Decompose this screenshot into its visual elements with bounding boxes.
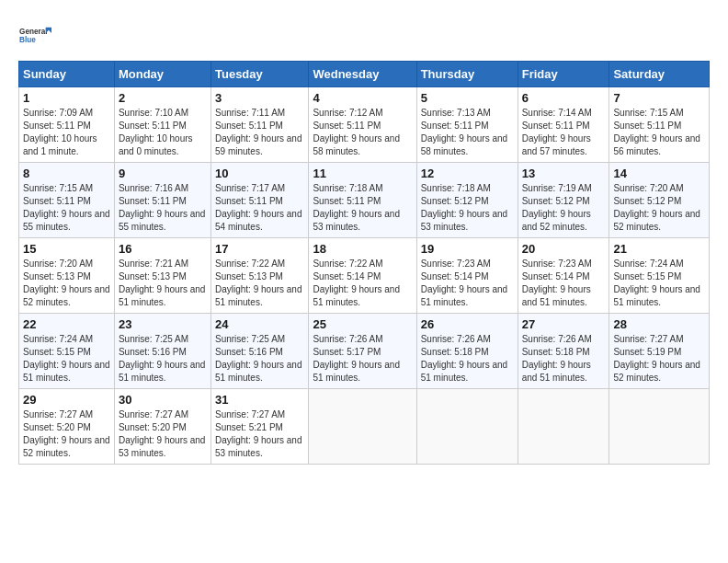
calendar-cell: 3 Sunrise: 7:11 AM Sunset: 5:11 PM Dayli… <box>210 87 308 163</box>
calendar-cell: 11 Sunrise: 7:18 AM Sunset: 5:11 PM Dayl… <box>309 163 416 238</box>
day-info: Sunrise: 7:23 AM Sunset: 5:14 PM Dayligh… <box>421 258 514 309</box>
logo: General Blue <box>18 18 51 52</box>
day-number: 13 <box>522 167 606 180</box>
calendar-week-0: 1 Sunrise: 7:09 AM Sunset: 5:11 PM Dayli… <box>19 87 710 163</box>
day-info: Sunrise: 7:15 AM Sunset: 5:11 PM Dayligh… <box>613 107 705 158</box>
calendar-cell: 7 Sunrise: 7:15 AM Sunset: 5:11 PM Dayli… <box>609 87 710 163</box>
day-info: Sunrise: 7:15 AM Sunset: 5:11 PM Dayligh… <box>23 182 110 234</box>
day-number: 6 <box>522 91 606 105</box>
calendar-cell: 13 Sunrise: 7:19 AM Sunset: 5:12 PM Dayl… <box>518 163 609 238</box>
day-number: 24 <box>215 317 304 331</box>
calendar-cell: 4 Sunrise: 7:12 AM Sunset: 5:11 PM Dayli… <box>309 87 416 163</box>
calendar-cell: 30 Sunrise: 7:27 AM Sunset: 5:20 PM Dayl… <box>114 389 210 465</box>
day-info: Sunrise: 7:16 AM Sunset: 5:11 PM Dayligh… <box>119 182 207 234</box>
day-info: Sunrise: 7:24 AM Sunset: 5:15 PM Dayligh… <box>23 333 110 385</box>
calendar-cell: 29 Sunrise: 7:27 AM Sunset: 5:20 PM Dayl… <box>19 389 115 465</box>
calendar-week-4: 29 Sunrise: 7:27 AM Sunset: 5:20 PM Dayl… <box>19 389 710 465</box>
day-number: 23 <box>119 317 207 331</box>
calendar-cell: 22 Sunrise: 7:24 AM Sunset: 5:15 PM Dayl… <box>19 314 115 389</box>
calendar-header-row: SundayMondayTuesdayWednesdayThursdayFrid… <box>19 62 710 87</box>
day-info: Sunrise: 7:27 AM Sunset: 5:19 PM Dayligh… <box>613 333 705 385</box>
day-number: 3 <box>215 91 304 105</box>
day-info: Sunrise: 7:20 AM Sunset: 5:12 PM Dayligh… <box>613 182 705 234</box>
day-info: Sunrise: 7:14 AM Sunset: 5:11 PM Dayligh… <box>522 107 606 158</box>
calendar-cell: 28 Sunrise: 7:27 AM Sunset: 5:19 PM Dayl… <box>609 314 710 389</box>
day-info: Sunrise: 7:18 AM Sunset: 5:11 PM Dayligh… <box>313 182 412 234</box>
day-number: 15 <box>23 242 110 256</box>
day-info: Sunrise: 7:27 AM Sunset: 5:20 PM Dayligh… <box>23 408 110 460</box>
calendar-cell: 14 Sunrise: 7:20 AM Sunset: 5:12 PM Dayl… <box>609 163 710 238</box>
header-tuesday: Tuesday <box>210 62 308 87</box>
day-info: Sunrise: 7:18 AM Sunset: 5:12 PM Dayligh… <box>421 182 514 234</box>
calendar-cell: 5 Sunrise: 7:13 AM Sunset: 5:11 PM Dayli… <box>416 87 518 163</box>
page-header: General Blue <box>18 18 710 52</box>
day-info: Sunrise: 7:09 AM Sunset: 5:11 PM Dayligh… <box>23 107 110 158</box>
day-info: Sunrise: 7:12 AM Sunset: 5:11 PM Dayligh… <box>313 107 412 158</box>
calendar-cell: 8 Sunrise: 7:15 AM Sunset: 5:11 PM Dayli… <box>19 163 115 238</box>
day-info: Sunrise: 7:25 AM Sunset: 5:16 PM Dayligh… <box>215 333 304 385</box>
calendar-cell <box>518 389 609 465</box>
calendar-cell: 25 Sunrise: 7:26 AM Sunset: 5:17 PM Dayl… <box>309 314 416 389</box>
calendar-cell <box>416 389 518 465</box>
day-number: 2 <box>119 91 207 105</box>
calendar-cell: 17 Sunrise: 7:22 AM Sunset: 5:13 PM Dayl… <box>210 238 308 314</box>
day-info: Sunrise: 7:19 AM Sunset: 5:12 PM Dayligh… <box>522 182 606 234</box>
svg-text:General: General <box>19 28 48 36</box>
day-number: 5 <box>421 91 514 105</box>
calendar-cell: 12 Sunrise: 7:18 AM Sunset: 5:12 PM Dayl… <box>416 163 518 238</box>
header-friday: Friday <box>518 62 609 87</box>
calendar-table: SundayMondayTuesdayWednesdayThursdayFrid… <box>18 61 710 465</box>
day-info: Sunrise: 7:21 AM Sunset: 5:13 PM Dayligh… <box>119 258 207 309</box>
day-number: 21 <box>613 242 705 256</box>
calendar-cell <box>309 389 416 465</box>
calendar-cell: 10 Sunrise: 7:17 AM Sunset: 5:11 PM Dayl… <box>210 163 308 238</box>
header-thursday: Thursday <box>416 62 518 87</box>
day-info: Sunrise: 7:27 AM Sunset: 5:21 PM Dayligh… <box>215 408 304 460</box>
day-number: 10 <box>215 167 304 180</box>
day-number: 11 <box>313 167 412 180</box>
calendar-cell: 26 Sunrise: 7:26 AM Sunset: 5:18 PM Dayl… <box>416 314 518 389</box>
day-info: Sunrise: 7:10 AM Sunset: 5:11 PM Dayligh… <box>119 107 207 158</box>
header-monday: Monday <box>114 62 210 87</box>
day-number: 4 <box>313 91 412 105</box>
day-number: 20 <box>522 242 606 256</box>
calendar-cell: 9 Sunrise: 7:16 AM Sunset: 5:11 PM Dayli… <box>114 163 210 238</box>
calendar-cell: 6 Sunrise: 7:14 AM Sunset: 5:11 PM Dayli… <box>518 87 609 163</box>
calendar-cell: 1 Sunrise: 7:09 AM Sunset: 5:11 PM Dayli… <box>19 87 115 163</box>
calendar-cell: 31 Sunrise: 7:27 AM Sunset: 5:21 PM Dayl… <box>210 389 308 465</box>
calendar-cell: 23 Sunrise: 7:25 AM Sunset: 5:16 PM Dayl… <box>114 314 210 389</box>
day-number: 18 <box>313 242 412 256</box>
calendar-cell: 27 Sunrise: 7:26 AM Sunset: 5:18 PM Dayl… <box>518 314 609 389</box>
day-number: 25 <box>313 317 412 331</box>
day-info: Sunrise: 7:24 AM Sunset: 5:15 PM Dayligh… <box>613 258 705 309</box>
header-sunday: Sunday <box>19 62 115 87</box>
day-info: Sunrise: 7:11 AM Sunset: 5:11 PM Dayligh… <box>215 107 304 158</box>
day-number: 30 <box>119 393 207 407</box>
calendar-cell: 18 Sunrise: 7:22 AM Sunset: 5:14 PM Dayl… <box>309 238 416 314</box>
calendar-cell: 19 Sunrise: 7:23 AM Sunset: 5:14 PM Dayl… <box>416 238 518 314</box>
header-saturday: Saturday <box>609 62 710 87</box>
day-number: 28 <box>613 317 705 331</box>
day-number: 1 <box>23 91 110 105</box>
day-number: 8 <box>23 167 110 180</box>
day-number: 14 <box>613 167 705 180</box>
day-number: 9 <box>119 167 207 180</box>
day-info: Sunrise: 7:17 AM Sunset: 5:11 PM Dayligh… <box>215 182 304 234</box>
logo-svg: General Blue <box>18 18 51 52</box>
day-number: 22 <box>23 317 110 331</box>
day-info: Sunrise: 7:22 AM Sunset: 5:13 PM Dayligh… <box>215 258 304 309</box>
calendar-cell: 21 Sunrise: 7:24 AM Sunset: 5:15 PM Dayl… <box>609 238 710 314</box>
day-number: 26 <box>421 317 514 331</box>
day-number: 12 <box>421 167 514 180</box>
day-info: Sunrise: 7:13 AM Sunset: 5:11 PM Dayligh… <box>421 107 514 158</box>
day-number: 27 <box>522 317 606 331</box>
calendar-week-3: 22 Sunrise: 7:24 AM Sunset: 5:15 PM Dayl… <box>19 314 710 389</box>
day-number: 29 <box>23 393 110 407</box>
calendar-cell <box>609 389 710 465</box>
calendar-cell: 24 Sunrise: 7:25 AM Sunset: 5:16 PM Dayl… <box>210 314 308 389</box>
day-number: 19 <box>421 242 514 256</box>
day-number: 7 <box>613 91 705 105</box>
day-number: 16 <box>119 242 207 256</box>
day-info: Sunrise: 7:26 AM Sunset: 5:17 PM Dayligh… <box>313 333 412 385</box>
day-info: Sunrise: 7:26 AM Sunset: 5:18 PM Dayligh… <box>421 333 514 385</box>
